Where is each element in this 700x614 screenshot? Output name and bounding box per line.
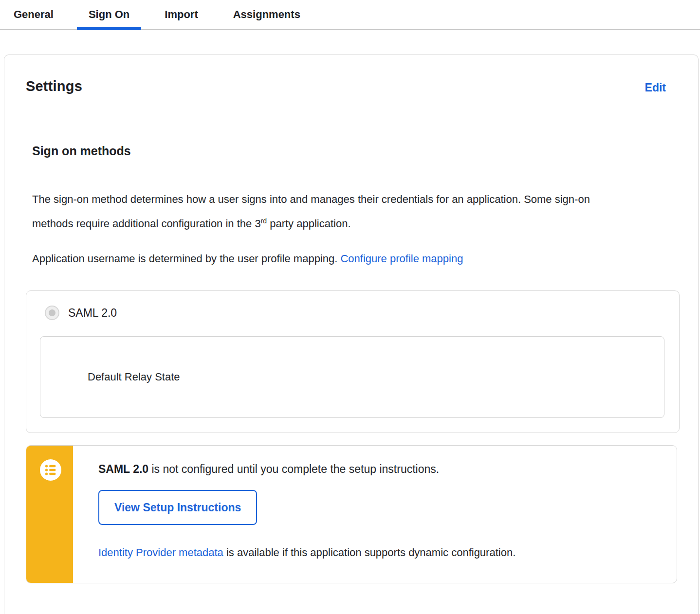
callout-message-bold: SAML 2.0 — [98, 463, 148, 475]
callout-message: SAML 2.0 is not configured until you com… — [98, 462, 657, 476]
application-username-text: Application username is determined by th… — [32, 253, 340, 265]
application-username-line: Application username is determined by th… — [32, 247, 677, 271]
edit-button[interactable]: Edit — [645, 81, 666, 94]
ordinal-superscript: rd — [261, 217, 267, 225]
saml-radio-row: SAML 2.0 — [40, 306, 664, 320]
settings-card: Settings Edit Sign on methods The sign-o… — [4, 54, 699, 614]
setup-instructions-icon — [39, 459, 62, 483]
settings-card-header: Settings Edit — [26, 78, 677, 94]
tab-general[interactable]: General — [2, 0, 65, 29]
saml-method-panel: SAML 2.0 Default Relay State — [26, 290, 680, 433]
radio-dot — [49, 309, 55, 316]
view-setup-instructions-button[interactable]: View Setup Instructions — [98, 490, 257, 525]
sign-on-methods-heading: Sign on methods — [32, 144, 677, 158]
callout-message-rest: is not configured until you complete the… — [148, 463, 439, 475]
configure-profile-mapping-link[interactable]: Configure profile mapping — [340, 253, 463, 265]
saml-radio-button[interactable] — [45, 306, 59, 320]
saml-setup-callout: SAML 2.0 is not configured until you com… — [26, 445, 677, 583]
page-title: Settings — [26, 78, 82, 94]
app-tab-bar: General Sign On Import Assignments — [0, 0, 700, 30]
saml-radio-label: SAML 2.0 — [68, 307, 117, 320]
default-relay-state-label: Default Relay State — [88, 371, 180, 383]
tab-import[interactable]: Import — [153, 0, 209, 29]
default-relay-state-field: Default Relay State — [40, 336, 664, 418]
tab-assignments[interactable]: Assignments — [221, 0, 312, 29]
sign-on-methods-description: The sign-on method determines how a user… — [32, 187, 633, 236]
tab-sign-on[interactable]: Sign On — [77, 0, 141, 29]
callout-footer-rest: is available if this application support… — [223, 546, 516, 559]
description-text-tail: party application. — [267, 217, 350, 230]
callout-footer: Identity Provider metadata is available … — [98, 545, 657, 560]
identity-provider-metadata-link[interactable]: Identity Provider metadata — [98, 546, 223, 559]
